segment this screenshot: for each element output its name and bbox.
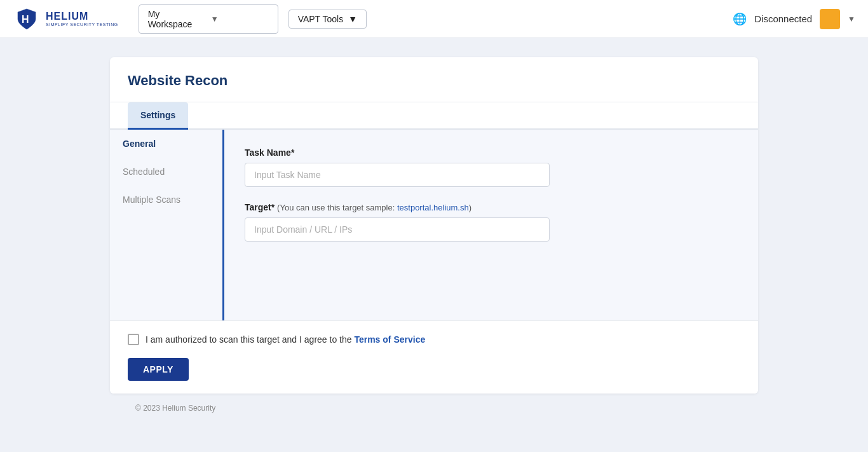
target-label: Target* (You can use this target sample:… xyxy=(245,202,738,212)
globe-icon: 🌐 xyxy=(733,12,747,26)
target-group: Target* (You can use this target sample:… xyxy=(245,202,738,242)
tos-checkbox-row: I am authorized to scan this target and … xyxy=(128,334,740,345)
svg-text:H: H xyxy=(22,14,29,25)
sidebar-item-general[interactable]: General xyxy=(110,130,222,158)
content-body: General Scheduled Multiple Scans Task Na… xyxy=(110,130,758,320)
workspace-chevron-icon: ▼ xyxy=(211,15,269,24)
helium-logo-icon: H HELIUM xyxy=(13,5,41,33)
workspace-label: My Workspace xyxy=(148,9,206,29)
website-recon-card: Website Recon Settings General Scheduled… xyxy=(110,57,758,394)
apply-button[interactable]: APPLY xyxy=(128,358,189,381)
logo-text: HELIUM SIMPLIFY SECURITY TESTING xyxy=(46,11,118,27)
sidebar-item-multiple-scans[interactable]: Multiple Scans xyxy=(110,186,222,214)
copyright-text: © 2023 Helium Security xyxy=(135,404,215,413)
card-header: Website Recon xyxy=(110,57,758,102)
target-input[interactable] xyxy=(245,217,550,242)
tos-checkbox-label: I am authorized to scan this target and … xyxy=(146,334,425,345)
navbar-right-chevron-icon[interactable]: ▼ xyxy=(848,15,855,24)
sidebar-nav: General Scheduled Multiple Scans xyxy=(110,130,224,320)
vapt-label: VAPT Tools xyxy=(298,14,344,24)
user-avatar-button[interactable] xyxy=(820,9,840,29)
navbar-right: 🌐 Disconnected ▼ xyxy=(733,9,855,29)
task-name-input[interactable] xyxy=(245,163,550,187)
logo-area: H HELIUM HELIUM SIMPLIFY SECURITY TESTIN… xyxy=(13,5,118,33)
form-area: Task Name* Target* (You can use this tar… xyxy=(224,130,758,320)
connection-status: Disconnected xyxy=(754,13,812,24)
tab-settings[interactable]: Settings xyxy=(128,102,188,130)
tos-checkbox[interactable] xyxy=(128,334,139,345)
card-footer: I am authorized to scan this target and … xyxy=(110,320,758,394)
tabs-bar: Settings xyxy=(110,102,758,130)
target-hint: (You can use this target sample: testpor… xyxy=(277,203,471,212)
target-sample-link[interactable]: testportal.helium.sh xyxy=(397,203,469,212)
task-name-label: Task Name* xyxy=(245,147,738,158)
vapt-tools-dropdown[interactable]: VAPT Tools ▼ xyxy=(288,10,367,29)
task-name-group: Task Name* xyxy=(245,147,738,187)
main-content: Website Recon Settings General Scheduled… xyxy=(85,38,783,442)
page-footer: © 2023 Helium Security xyxy=(110,394,758,423)
navbar: H HELIUM HELIUM SIMPLIFY SECURITY TESTIN… xyxy=(0,0,868,38)
tos-link[interactable]: Terms of Service xyxy=(354,334,425,345)
sidebar-item-scheduled[interactable]: Scheduled xyxy=(110,158,222,186)
vapt-chevron-icon: ▼ xyxy=(348,14,357,24)
page-title: Website Recon xyxy=(128,72,740,89)
workspace-dropdown[interactable]: My Workspace ▼ xyxy=(139,4,278,34)
